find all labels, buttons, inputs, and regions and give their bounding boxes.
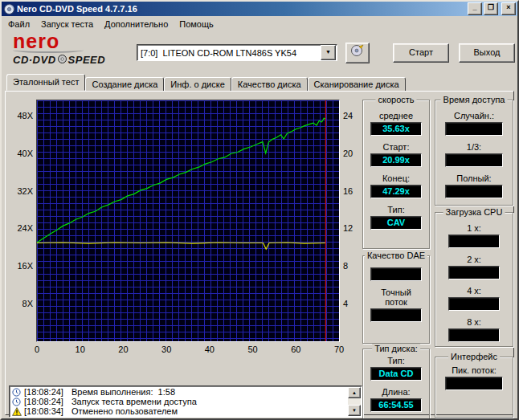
y-axis-label: 16X [7,261,33,271]
interface-panel: Интерфейс Пик. поток: [435,357,513,418]
tab-disc-info[interactable]: Инф. о диске [164,77,231,92]
dae-score-display [370,267,422,281]
tab-disc-quality[interactable]: Качество диска [231,77,308,92]
y2-axis-label: 8 [343,261,361,271]
scroll-up-icon[interactable]: ▲ [348,387,361,398]
chart-svg [37,100,339,341]
x-axis-label: 20 [114,345,132,354]
x-axis-label: 0 [28,345,46,354]
access-full-display [445,185,503,198]
log-entry-text: Отменено пользователем [72,406,178,416]
disc-length-display: 66:54.55 [370,398,422,412]
menu-bar: ФайлЗапуск тестаДополнительноПомощь [2,16,517,31]
cpu-1x-display [448,234,500,248]
menu-file[interactable]: Файл [2,18,35,31]
header: nero CD·DVD SPEED [7:0] LITEON CD-ROM LT… [2,31,517,73]
speed-type-label: Тип: [363,205,429,214]
disc-type-display: Data CD [370,367,422,381]
x-axis-label: 70 [330,345,348,354]
menu-help[interactable]: Помощь [174,18,219,31]
access-rows: Случайн.:1/3:Полный: [435,111,513,198]
logo-cddvd-text: CD·DVD [13,54,56,66]
log-scrollbar[interactable]: ▲ ▼ [348,387,361,416]
end-speed-display: 47.29x [370,185,422,198]
y2-axis-label: 20 [343,149,361,158]
y-axis-label: 40X [7,149,33,158]
x-axis-label: 10 [72,345,89,354]
log-entry-time: [18:08:24] [24,387,63,397]
menu-extras[interactable]: Дополнительно [99,18,174,31]
start-speed-label: Старт: [363,142,429,152]
y-axis-label: 8X [7,299,33,308]
accurate-stream-display [370,308,422,322]
log-entry-text: Запуск теста времени доступа [72,397,197,406]
app-icon [4,4,14,14]
cpu-8x-label: 8 x: [435,317,513,327]
disc-type-panel: Тип диска: Тип: Data CD Длина: 66:54.55 [362,349,430,420]
tab-scan-disc[interactable]: Сканирование диска [308,77,406,92]
tab-benchmark[interactable]: Эталонный тест [6,74,85,91]
x-axis-label: 50 [244,345,262,354]
chevron-down-icon[interactable]: ▼ [321,45,336,60]
disc-length-label: Длина: [363,387,429,397]
speed-type-display: CAV [370,216,422,230]
speed-select-button[interactable] [345,43,370,63]
access-random-display [445,122,503,136]
exit-button[interactable]: Выход [459,43,515,63]
logo-product-line: CD·DVD SPEED [13,54,133,66]
peak-rate-display [445,377,503,390]
start-button[interactable]: Старт [393,43,449,63]
x-axis-label: 30 [157,345,175,354]
peak-rate-label: Пик. поток: [435,365,513,375]
log-entry-text: Время выполнения: 1:58 [72,387,175,397]
cpu-2x-label: 2 x: [435,255,513,264]
log-entry[interactable]: [18:08:24]Время выполнения: 1:58 [11,387,348,397]
start-speed-display: 20.99x [370,153,422,167]
speed-panel-title: скорость [375,95,416,104]
y2-axis-label: 16 [343,186,361,196]
y-axis-label: 48X [7,111,33,120]
tab-create-disc[interactable]: Создание диска [85,77,164,92]
access-one-third-label: 1/3: [435,142,513,152]
rotation-speed-line [37,243,325,249]
window-title: Nero CD-DVD Speed 4.7.7.16 [17,4,466,14]
dae-panel-title: Качество DAE [365,251,427,260]
maximize-button[interactable]: ❐ [484,2,498,15]
cpu-rows: 1 x:2 x:4 x:8 x: [435,223,513,342]
logo-disc-icon [58,54,67,66]
menu-run-test[interactable]: Запуск теста [35,18,99,31]
tab-page: 48X40X32X24X16X8X24201612840102030405060… [5,91,514,415]
access-random-label: Случайн.: [435,111,513,120]
disc-panel-title: Тип диска: [372,344,420,353]
cpu-1x-label: 1 x: [435,223,513,233]
access-full-label: Полный: [435,173,513,183]
clock-icon [12,388,22,397]
drive-selector[interactable]: [7:0] LITEON CD-ROM LTN486S YK54 ▼ [137,44,337,61]
title-bar[interactable]: Nero CD-DVD Speed 4.7.7.16 _ ❐ × [2,2,517,16]
close-button[interactable]: × [501,2,516,15]
cpu-usage-panel: Загрузка CPU 1 x:2 x:4 x:8 x: [435,212,513,347]
chart: 48X40X32X24X16X8X24201612840102030405060… [7,96,362,358]
y2-axis-label: 4 [343,299,361,308]
log-entry[interactable]: [18:08:34]Отменено пользователем [11,406,348,416]
log-entry-time: [18:08:34] [24,406,63,416]
transfer-rate-line [37,118,325,243]
logo-speed-text: SPEED [68,54,106,66]
log-box: [18:08:24]Время выполнения: 1:58[18:08:2… [9,385,362,418]
log-entry-time: [18:08:24] [24,397,63,406]
disc-type-label: Тип: [363,356,429,365]
scroll-down-icon[interactable]: ▼ [348,405,361,416]
cpu-8x-display [448,328,500,342]
log-list: [18:08:24]Время выполнения: 1:58[18:08:2… [11,387,348,416]
speed-panel: скорость среднее 35.63x Старт: 20.99x Ко… [362,100,430,249]
interface-panel-title: Интерфейс [448,352,500,361]
clock-icon [12,398,22,406]
log-entry[interactable]: [18:08:24]Запуск теста времени доступа [11,397,348,406]
x-axis-label: 40 [201,345,219,354]
cpu-4x-label: 4 x: [435,286,513,296]
warning-icon [12,407,22,416]
cpu-panel-title: Загрузка CPU [443,207,505,217]
drive-selector-value: [7:0] LITEON CD-ROM LTN486S YK54 [137,48,321,58]
minimize-button[interactable]: _ [468,2,482,15]
y-axis-label: 32X [7,186,33,196]
